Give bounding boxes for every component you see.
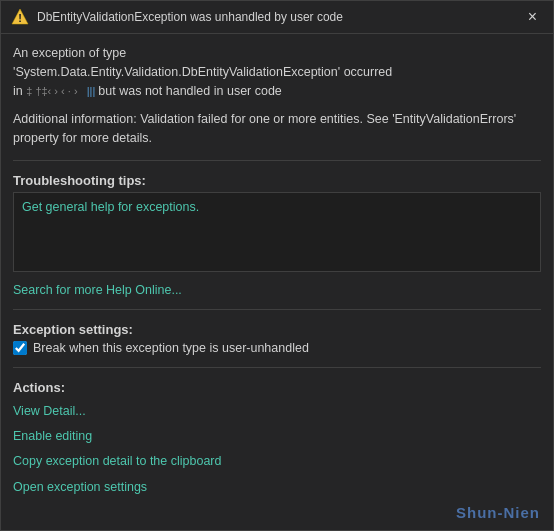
copy-exception-link[interactable]: Copy exception detail to the clipboard — [13, 449, 541, 474]
break-checkbox-label: Break when this exception type is user-u… — [33, 341, 309, 355]
close-button[interactable]: × — [522, 7, 543, 27]
search-section: Search for more Help Online... — [13, 282, 541, 297]
divider-2 — [13, 309, 541, 310]
exception-path: ‡ †‡‹ › ‹ ∙ › — [26, 85, 87, 97]
view-detail-link[interactable]: View Detail... — [13, 399, 541, 424]
watermark: Shun-Nien — [456, 504, 540, 521]
exception-settings-section: Exception settings: Break when this exce… — [13, 322, 541, 355]
break-checkbox-row: Break when this exception type is user-u… — [13, 341, 541, 355]
search-online-link[interactable]: Search for more Help Online... — [13, 283, 182, 297]
exception-in-prefix: in — [13, 84, 26, 98]
break-checkbox[interactable] — [13, 341, 27, 355]
exception-dialog: ! DbEntityValidationException was unhand… — [0, 0, 554, 531]
general-help-link[interactable]: Get general help for exceptions. — [22, 200, 199, 214]
dialog-content: An exception of type 'System.Data.Entity… — [1, 34, 553, 530]
dialog-title: DbEntityValidationException was unhandle… — [37, 10, 343, 24]
exception-description: An exception of type 'System.Data.Entity… — [13, 44, 541, 100]
actions-section: Actions: View Detail... Enable editing C… — [13, 380, 541, 500]
enable-editing-link[interactable]: Enable editing — [13, 424, 541, 449]
additional-info: Additional information: Validation faile… — [13, 110, 541, 148]
tips-box[interactable]: Get general help for exceptions. — [13, 192, 541, 272]
exception-but: but was not handled in user code — [98, 84, 281, 98]
title-bar-left: ! DbEntityValidationException was unhand… — [11, 8, 343, 26]
divider-3 — [13, 367, 541, 368]
troubleshooting-section: Troubleshooting tips: Get general help f… — [13, 173, 541, 272]
troubleshooting-label: Troubleshooting tips: — [13, 173, 541, 188]
exception-line1: An exception of type — [13, 46, 126, 60]
warning-icon: ! — [11, 8, 29, 26]
additional-info-text: Additional information: Validation faile… — [13, 112, 516, 145]
exception-type: 'System.Data.Entity.Validation.DbEntityV… — [13, 65, 392, 79]
svg-text:!: ! — [18, 12, 22, 24]
exception-markers: ||| — [87, 85, 99, 97]
open-settings-link[interactable]: Open exception settings — [13, 475, 541, 500]
title-bar: ! DbEntityValidationException was unhand… — [1, 1, 553, 34]
divider-1 — [13, 160, 541, 161]
actions-label: Actions: — [13, 380, 541, 395]
exception-settings-label: Exception settings: — [13, 322, 541, 337]
